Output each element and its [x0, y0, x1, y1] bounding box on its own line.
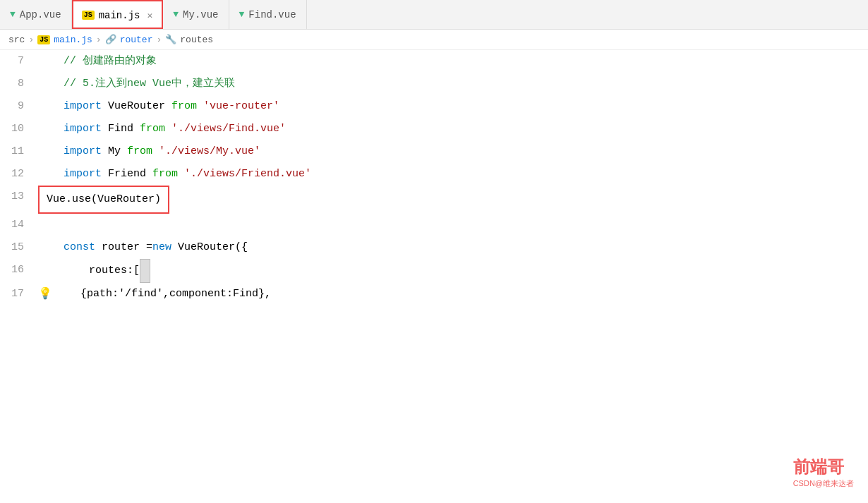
line-content-7: // 创建路由的对象 — [32, 50, 868, 73]
tab-label-find-vue: Find.vue — [248, 9, 296, 20]
bc-src: src — [8, 35, 25, 45]
ident-9: VueRouter — [108, 95, 171, 118]
line-num-16: 16 — [0, 259, 32, 283]
bc-sep-1: › — [28, 35, 34, 45]
vue-icon-find: ▼ — [239, 9, 245, 20]
tab-label-main-js: main.js — [99, 10, 140, 21]
line-content-14 — [32, 214, 868, 236]
tab-label-app-vue: App.vue — [20, 9, 61, 20]
bc-mainjs[interactable]: main.js — [54, 35, 92, 45]
tab-find-vue[interactable]: ▼ Find.vue — [229, 0, 307, 29]
kw-from-9: from — [171, 95, 203, 118]
breadcrumb: src › JS main.js › 🔗 router › 🔧 routes — [0, 30, 868, 50]
line-content-10: import Find from './views/Find.vue' — [32, 118, 868, 140]
code-line-15: 15 const router =new VueRouter({ — [0, 236, 868, 259]
code-text-8: // 5.注入到new Vue中，建立关联 — [38, 73, 235, 95]
line-num-9: 9 — [0, 95, 32, 118]
line-content-15: const router =new VueRouter({ — [32, 236, 868, 259]
kw-import-10: import — [38, 118, 108, 140]
bc-js-icon: JS — [37, 35, 50, 44]
ident-12: Friend — [108, 163, 152, 186]
code-line-9: 9 import VueRouter from 'vue-router' — [0, 95, 868, 118]
code-line-16: 16 routes:[ — [0, 259, 868, 283]
bulb-icon-17: 💡 — [38, 283, 52, 305]
kw-import-12: import — [38, 163, 108, 186]
bc-routes: routes — [180, 35, 213, 45]
close-main-js[interactable]: ✕ — [147, 10, 152, 21]
tab-my-vue[interactable]: ▼ My.vue — [163, 0, 229, 29]
kw-from-12: from — [152, 163, 184, 186]
code-line-12: 12 import Friend from './views/Friend.vu… — [0, 163, 868, 186]
tab-bar: ▼ App.vue JS main.js ✕ ▼ My.vue ▼ Find.v… — [0, 0, 868, 30]
tab-app-vue[interactable]: ▼ App.vue — [0, 0, 72, 29]
bc-router-icon: 🔗 — [105, 34, 116, 45]
code-line-10: 10 import Find from './views/Find.vue' — [0, 118, 868, 140]
line-content-17: 💡 {path:'/find',component:Find}, — [32, 283, 868, 305]
ident-10: Find — [108, 118, 140, 140]
bc-sep-2: › — [96, 35, 102, 45]
line-num-10: 10 — [0, 118, 32, 140]
ident-11: My — [108, 140, 127, 163]
bc-routes-icon: 🔧 — [165, 34, 176, 45]
kw-const-15: const — [38, 236, 102, 259]
kw-from-10: from — [140, 118, 171, 140]
line-content-11: import My from './views/My.vue' — [32, 140, 868, 163]
code-line-8: 8 // 5.注入到new Vue中，建立关联 — [0, 73, 868, 95]
bc-router[interactable]: router — [120, 35, 153, 45]
line-num-14: 14 — [0, 214, 32, 236]
str-12: './views/Friend.vue' — [184, 163, 311, 186]
line-num-7: 7 — [0, 50, 32, 73]
line-num-11: 11 — [0, 140, 32, 163]
ident-15: router = — [102, 236, 152, 259]
tab-main-js[interactable]: JS main.js ✕ — [72, 0, 164, 29]
tab-label-my-vue: My.vue — [183, 9, 218, 20]
code-line-11: 11 import My from './views/My.vue' — [0, 140, 868, 163]
line-num-8: 8 — [0, 73, 32, 95]
line-content-12: import Friend from './views/Friend.vue' — [32, 163, 868, 186]
str-9: 'vue-router' — [203, 95, 279, 118]
kw-from-11: from — [127, 140, 159, 163]
line-num-15: 15 — [0, 236, 32, 259]
str-10: './views/Find.vue' — [171, 118, 286, 140]
code-line-13: 13 Vue.use(VueRouter) — [0, 186, 868, 214]
code-line-14: 14 — [0, 214, 868, 236]
kw-import-11: import — [38, 140, 108, 163]
highlighted-code-13: Vue.use(VueRouter) — [38, 186, 169, 214]
cursor-16 — [140, 259, 150, 283]
vue-icon-my: ▼ — [173, 9, 179, 20]
line-content-9: import VueRouter from 'vue-router' — [32, 95, 868, 118]
js-icon-main: JS — [82, 11, 95, 20]
bc-sep-3: › — [156, 35, 162, 45]
code-area: 7 // 创建路由的对象 8 // 5.注入到new Vue中，建立关联 9 i… — [0, 50, 868, 305]
str-11: './views/My.vue' — [159, 140, 260, 163]
code-text-7: // 创建路由的对象 — [38, 50, 157, 73]
code-line-7: 7 // 创建路由的对象 — [0, 50, 868, 73]
line-num-17: 17 — [0, 283, 32, 305]
line-content-8: // 5.注入到new Vue中，建立关联 — [32, 73, 868, 95]
vue-icon-app: ▼ — [10, 9, 16, 20]
line-num-12: 12 — [0, 163, 32, 186]
code-line-17: 17 💡 {path:'/find',component:Find}, — [0, 283, 868, 305]
code-text-17: {path:'/find',component:Find}, — [52, 283, 271, 305]
kw-import-9: import — [38, 95, 108, 118]
code-text-16: routes:[ — [38, 260, 140, 282]
line-content-13: Vue.use(VueRouter) — [32, 186, 868, 214]
line-content-16: routes:[ — [32, 259, 868, 283]
ident2-15: VueRouter({ — [178, 236, 248, 259]
line-num-13: 13 — [0, 186, 32, 214]
kw-new-15: new — [152, 236, 178, 259]
